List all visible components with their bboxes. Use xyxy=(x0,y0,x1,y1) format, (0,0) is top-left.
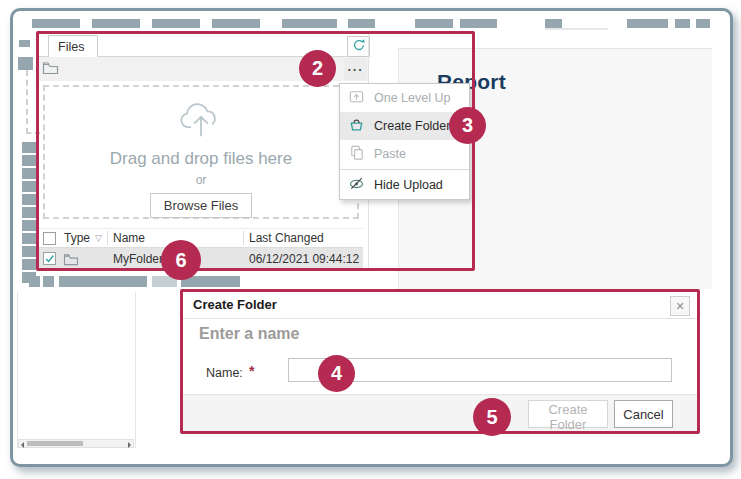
name-label: Name: xyxy=(206,366,243,380)
folder-icon[interactable] xyxy=(42,61,59,79)
column-name[interactable]: Name xyxy=(113,231,145,245)
row-name: MyFolder xyxy=(113,252,163,266)
step-badge-4: 4 xyxy=(318,355,355,392)
redacted-list-item xyxy=(22,181,36,192)
hide-upload-icon xyxy=(348,175,365,195)
menu-item-one-level-up[interactable]: One Level Up xyxy=(340,84,469,112)
cloud-upload-icon xyxy=(178,100,224,142)
scrollbar-thumb[interactable] xyxy=(27,441,83,446)
menu-separator xyxy=(340,169,469,170)
menu-item-paste[interactable]: Paste xyxy=(340,140,469,168)
menu-item-label: Create Folder xyxy=(374,119,450,133)
menu-item-label: Hide Upload xyxy=(374,178,443,192)
redacted-list-item xyxy=(22,194,36,205)
create-folder-button[interactable]: Create Folder xyxy=(528,400,608,428)
scroll-right-arrow[interactable] xyxy=(128,442,131,448)
dropzone-text: Drag and drop files here xyxy=(110,149,292,169)
row-folder-icon xyxy=(63,252,79,270)
redacted-list-item xyxy=(22,259,36,270)
files-table-header: Type ▽ Name Last Changed xyxy=(37,228,363,248)
menu-item-label: One Level Up xyxy=(374,91,450,105)
cancel-button[interactable]: Cancel xyxy=(614,400,673,428)
menu-item-label: Paste xyxy=(374,147,406,161)
sort-caret-icon[interactable]: ▽ xyxy=(95,233,102,243)
column-divider xyxy=(107,231,108,245)
more-actions-button[interactable]: ··· xyxy=(344,58,367,80)
refresh-icon xyxy=(352,38,366,56)
dialog-footer: Create Folder Cancel xyxy=(183,394,697,431)
one-level-up-icon xyxy=(348,88,365,108)
menu-item-hide-upload[interactable]: Hide Upload xyxy=(340,171,469,199)
column-last-changed[interactable]: Last Changed xyxy=(249,231,324,245)
horizontal-scrollbar[interactable] xyxy=(18,439,134,448)
create-folder-dialog: Create Folder ✕ Enter a name Name: * Cre… xyxy=(180,289,700,434)
column-divider xyxy=(243,231,244,245)
row-checkbox-checked[interactable] xyxy=(43,252,56,265)
paste-icon xyxy=(348,144,365,164)
dropzone-or: or xyxy=(196,173,207,187)
redacted-list-item xyxy=(22,233,36,244)
select-all-checkbox[interactable] xyxy=(43,232,56,245)
row-last-changed: 06/12/2021 09:44:12 xyxy=(249,252,359,266)
step-badge-5: 5 xyxy=(473,398,511,436)
redacted-list-item xyxy=(22,155,36,166)
redacted-list-item xyxy=(22,142,36,153)
dialog-prompt: Enter a name xyxy=(199,325,299,343)
column-type[interactable]: Type xyxy=(64,231,90,245)
tab-files-label: Files xyxy=(58,40,84,54)
redacted-list-item xyxy=(22,207,36,218)
redacted-list-item xyxy=(22,246,36,257)
redacted-list-item xyxy=(22,220,36,231)
screenshot-stage: Report Files ··· Drag and drop files her… xyxy=(0,0,741,479)
create-folder-icon xyxy=(348,116,365,136)
dialog-title: Create Folder xyxy=(193,297,277,312)
redacted-list-item xyxy=(22,168,36,179)
required-marker: * xyxy=(249,363,254,379)
step-badge-3: 3 xyxy=(449,107,486,144)
tab-files[interactable]: Files xyxy=(48,35,98,57)
step-badge-2: 2 xyxy=(299,50,336,87)
step-badge-6: 6 xyxy=(161,240,201,280)
scroll-left-arrow[interactable] xyxy=(21,442,24,448)
close-icon[interactable]: ✕ xyxy=(670,296,690,316)
upload-dropzone[interactable]: Drag and drop files here or Browse Files xyxy=(43,85,359,219)
browse-files-button[interactable]: Browse Files xyxy=(150,193,252,218)
refresh-button[interactable] xyxy=(347,36,370,57)
context-menu: One Level Up Create Folder Paste xyxy=(339,83,470,200)
